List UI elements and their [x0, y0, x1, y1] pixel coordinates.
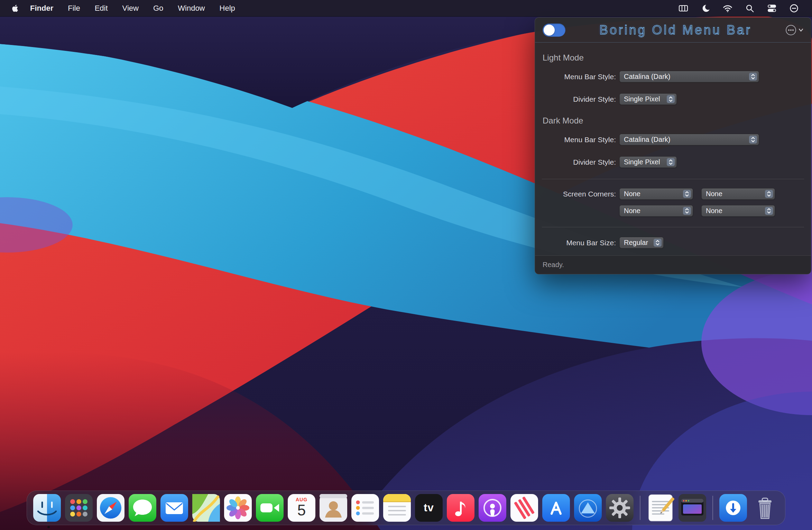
popup-value: None: [706, 207, 722, 215]
dock-safari[interactable]: [97, 494, 124, 522]
dock-window-thumbnail[interactable]: [679, 494, 706, 522]
dock-podcasts[interactable]: [479, 494, 506, 522]
light-mode-heading: Light Mode: [543, 53, 805, 63]
menubar-item-help[interactable]: Help: [212, 0, 242, 17]
menubar-item-go[interactable]: Go: [146, 0, 170, 17]
dock-blue-triangle-app[interactable]: [574, 494, 602, 522]
window-columns-icon[interactable]: [672, 0, 694, 17]
wifi-icon[interactable]: [717, 0, 739, 17]
panel-options-menu[interactable]: [786, 25, 803, 35]
dock-facetime[interactable]: [256, 494, 284, 522]
dock-textedit[interactable]: [647, 494, 674, 522]
dock-trash[interactable]: [751, 494, 779, 522]
dock-finder[interactable]: [33, 494, 61, 522]
chevron-down-icon: [799, 27, 803, 33]
dock-system-preferences[interactable]: [606, 494, 634, 522]
dark-menu-bar-style-label: Menu Bar Style:: [541, 136, 616, 144]
dock-divider: [712, 496, 713, 520]
light-divider-style-select[interactable]: Single Pixel: [619, 93, 677, 105]
light-divider-style-label: Divider Style:: [541, 95, 616, 103]
popup-stepper-icon: [667, 95, 675, 103]
apple-menu-icon[interactable]: [8, 4, 23, 13]
dark-divider-style-label: Divider Style:: [541, 158, 616, 166]
popup-stepper-icon: [749, 136, 757, 144]
dock-app-store[interactable]: [542, 494, 570, 522]
light-menu-bar-style-select[interactable]: Catalina (Dark): [619, 71, 759, 82]
desktop: Finder File Edit View Go Window Help: [0, 0, 812, 530]
spotlight-search-icon[interactable]: [739, 0, 761, 17]
popup-stepper-icon: [683, 207, 691, 215]
dock-messages[interactable]: [129, 494, 156, 522]
dock-apple-tv[interactable]: tv: [415, 494, 443, 522]
menubar-item-view[interactable]: View: [115, 0, 146, 17]
popup-stepper-icon: [765, 190, 773, 198]
dock-mail[interactable]: [160, 494, 188, 522]
popup-value: None: [624, 190, 640, 198]
corner-bottom-right-select[interactable]: None: [701, 205, 775, 217]
popup-stepper-icon: [765, 207, 773, 215]
menubar-item-window[interactable]: Window: [170, 0, 212, 17]
dock: AUG 5 tv: [27, 491, 785, 525]
finder-running-indicator: [47, 526, 50, 528]
popup-value: Single Pixel: [624, 95, 660, 103]
screen-corners-label: Screen Corners:: [541, 190, 616, 198]
dock-contacts[interactable]: [320, 494, 347, 522]
status-bar: Ready.: [535, 255, 811, 274]
toggle-knob: [544, 25, 555, 36]
dock-downloads[interactable]: [719, 494, 747, 522]
popup-value: None: [624, 207, 640, 215]
dock-calendar[interactable]: AUG 5: [288, 494, 315, 522]
tv-label: tv: [424, 502, 434, 514]
calendar-day: 5: [297, 502, 306, 518]
control-center-icon[interactable]: [761, 0, 783, 17]
ellipsis-circle-icon: [786, 25, 796, 35]
corner-top-left-select[interactable]: None: [619, 188, 693, 200]
menubar-app-menu[interactable]: Finder: [23, 0, 61, 17]
popup-value: Catalina (Dark): [624, 136, 670, 144]
popup-value: Single Pixel: [624, 158, 660, 166]
dock-photos[interactable]: [224, 494, 252, 522]
status-text: Ready.: [543, 261, 564, 269]
menubar-item-edit[interactable]: Edit: [87, 0, 115, 17]
popup-value: Catalina (Dark): [624, 73, 670, 81]
popup-value: None: [706, 190, 722, 198]
panel-title: Boring Old Menu Bar: [565, 23, 786, 37]
popup-value: Regular: [624, 239, 648, 247]
popup-stepper-icon: [667, 158, 675, 166]
corner-top-right-select[interactable]: None: [701, 188, 775, 200]
boring-old-menu-bar-panel: Boring Old Menu Bar Light Mode Menu Bar …: [535, 17, 811, 274]
dark-mode-moon-icon[interactable]: [694, 0, 717, 17]
dock-news[interactable]: [510, 494, 538, 522]
panel-header: Boring Old Menu Bar: [535, 18, 811, 43]
menu-bar: Finder File Edit View Go Window Help: [0, 0, 812, 17]
corner-bottom-left-select[interactable]: None: [619, 205, 693, 217]
dock-launchpad[interactable]: [65, 494, 93, 522]
dock-maps[interactable]: [192, 494, 220, 522]
menu-bar-size-select[interactable]: Regular: [619, 237, 664, 248]
dock-divider: [640, 496, 640, 520]
menu-bar-size-label: Menu Bar Size:: [541, 239, 616, 247]
dock-reminders[interactable]: [351, 494, 379, 522]
separator: [542, 227, 804, 227]
popup-stepper-icon: [654, 239, 662, 247]
enable-toggle[interactable]: [543, 24, 565, 37]
dock-music[interactable]: [447, 494, 474, 522]
dark-mode-heading: Dark Mode: [543, 116, 805, 126]
light-menu-bar-style-label: Menu Bar Style:: [541, 73, 616, 81]
circle-dash-icon[interactable]: [783, 0, 805, 17]
popup-stepper-icon: [749, 73, 757, 81]
popup-stepper-icon: [683, 190, 691, 198]
separator: [542, 179, 804, 179]
dock-notes[interactable]: [383, 494, 411, 522]
dark-divider-style-select[interactable]: Single Pixel: [619, 156, 677, 168]
menubar-item-file[interactable]: File: [61, 0, 87, 17]
dark-menu-bar-style-select[interactable]: Catalina (Dark): [619, 134, 759, 145]
